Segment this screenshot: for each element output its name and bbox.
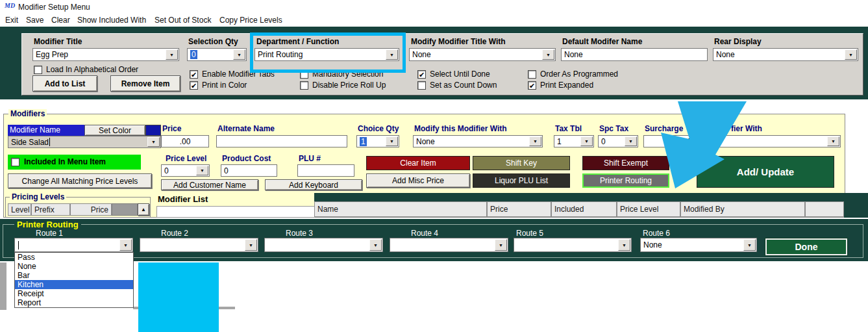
order-as-programmed-checkbox[interactable]: ✔ xyxy=(528,70,536,79)
dropdown-arrow-icon[interactable]: ▼ xyxy=(845,49,857,60)
menu-show-included-with[interactable]: Show Included With xyxy=(77,16,146,25)
dropdown-arrow-icon[interactable]: ▼ xyxy=(119,239,132,251)
dropdown-arrow-icon[interactable]: ▼ xyxy=(580,136,593,146)
menu-clear[interactable]: Clear xyxy=(51,16,70,25)
pricing-col-price: Price xyxy=(70,203,112,216)
alternate-name-input[interactable] xyxy=(216,135,347,147)
done-button-text: Done xyxy=(795,242,818,252)
route-5-combo[interactable]: ▼ xyxy=(514,238,632,252)
default-modifer-name-input[interactable]: None xyxy=(561,48,708,61)
dropdown-arrow-icon[interactable]: ▼ xyxy=(166,49,178,60)
dropdown-arrow-icon[interactable]: ▼ xyxy=(529,136,541,146)
enable-modifier-tabs-checkbox[interactable]: ✔ xyxy=(190,70,198,79)
check-icon: ✔ xyxy=(419,71,425,78)
route-3-combo[interactable]: ▼ xyxy=(264,238,383,252)
add-to-list-button[interactable]: Add to List xyxy=(32,75,97,92)
add-customer-name-button[interactable]: Add Customer Name xyxy=(161,179,258,190)
modify-title-with-combo[interactable]: None ▼ xyxy=(409,48,556,61)
table-col-modified-by[interactable]: Modified By xyxy=(680,201,805,217)
modify-this-modifier-combo[interactable]: None ▼ xyxy=(413,135,543,147)
price-input[interactable]: .00 xyxy=(161,135,209,147)
product-cost-input[interactable]: 0 xyxy=(221,164,277,177)
choice-qty-combo[interactable]: 1 ▼ xyxy=(356,135,399,147)
dropdown-item-pass[interactable]: Pass xyxy=(15,253,133,262)
route-6-combo[interactable]: None ▼ xyxy=(640,238,757,252)
price-level-combo[interactable]: 0 ▼ xyxy=(161,164,210,177)
color-swatch[interactable] xyxy=(145,125,161,136)
table-col-price[interactable]: Price xyxy=(487,201,551,217)
spc-tax-combo[interactable]: 0 ▼ xyxy=(598,135,638,147)
disable-price-roll-up-checkbox[interactable]: ✔ xyxy=(300,81,308,90)
dropdown-arrow-icon[interactable]: ▼ xyxy=(542,49,554,60)
clear-item-button[interactable]: Clear Item xyxy=(366,156,470,170)
modifier-title-combo[interactable]: Egg Prep ▼ xyxy=(32,48,179,61)
select-until-done-label: Select Until Done xyxy=(430,70,490,79)
dropdown-arrow-icon[interactable]: ▼ xyxy=(245,239,257,251)
dropdown-item-none[interactable]: None xyxy=(15,262,133,271)
menu-exit[interactable]: Exit xyxy=(5,16,18,25)
included-in-menu-item-checkbox[interactable]: ✔ xyxy=(11,158,19,166)
table-col-included[interactable]: Included xyxy=(551,201,617,217)
dropdown-item-receipt[interactable]: Receipt xyxy=(15,289,133,298)
pricing-col-level: Level xyxy=(8,203,31,216)
dropdown-arrow-icon[interactable]: ▼ xyxy=(495,239,507,251)
menu-set-out-of-stock[interactable]: Set Out of Stock xyxy=(155,16,211,25)
add-keyboard-button[interactable]: Add Keyboard xyxy=(265,179,362,190)
load-alphabetical-checkbox[interactable]: ✔ xyxy=(34,66,42,74)
tax-tbl-value: 1 xyxy=(557,137,562,146)
dropdown-arrow-icon[interactable]: ▼ xyxy=(625,136,637,146)
print-in-color-checkbox[interactable]: ✔ xyxy=(190,81,198,90)
select-until-done-checkbox[interactable]: ✔ xyxy=(417,70,426,79)
table-top-strip xyxy=(314,193,868,201)
change-all-price-levels-button[interactable]: Change All Matching Price Levels xyxy=(8,173,152,188)
set-as-count-down-checkbox[interactable]: ✔ xyxy=(417,81,426,90)
selection-qty-combo[interactable]: 0 ▼ xyxy=(187,48,247,61)
annotation-square xyxy=(138,262,219,332)
menu-copy-price-levels[interactable]: Copy Price Levels xyxy=(219,16,282,25)
liquor-plu-list-button[interactable]: Liquor PLU List xyxy=(473,173,570,188)
dropdown-arrow-icon[interactable]: ▼ xyxy=(233,49,245,60)
route-1-combo[interactable]: ▼ xyxy=(14,238,133,252)
dropdown-arrow-icon[interactable]: ▼ xyxy=(386,136,398,146)
tax-tbl-combo[interactable]: 1 ▼ xyxy=(554,135,594,147)
pricing-scroll-up-button[interactable]: ▲ xyxy=(138,203,149,216)
set-color-button[interactable]: Set Color xyxy=(84,125,145,136)
print-expanded-checkbox[interactable]: ✔ xyxy=(528,81,536,90)
choice-qty-label: Choice Qty xyxy=(358,124,399,133)
table-right-strip xyxy=(844,193,868,218)
dropdown-arrow-icon[interactable]: ▼ xyxy=(369,239,382,251)
modifier-name-combo[interactable]: Side Salad ▼ xyxy=(8,136,161,148)
rear-display-combo[interactable]: None ▼ xyxy=(713,48,858,61)
dropdown-arrow-icon[interactable]: ▼ xyxy=(827,136,839,146)
dropdown-arrow-icon[interactable]: ▼ xyxy=(196,166,208,175)
annotation-arrow xyxy=(656,99,753,193)
left-scrollbar-fragment[interactable] xyxy=(0,262,6,310)
route-2-combo[interactable]: ▼ xyxy=(140,238,258,252)
print-in-color-label: Print in Color xyxy=(202,81,247,90)
shift-key-button[interactable]: Shift Key xyxy=(473,156,570,170)
modifier-list-box[interactable] xyxy=(156,206,315,218)
price-level-value: 0 xyxy=(164,166,169,175)
choice-qty-value: 1 xyxy=(360,137,367,146)
modify-this-modifier-label: Modify this Modifier With xyxy=(414,124,507,133)
window-title: Modifier Setup Menu xyxy=(18,3,90,12)
add-misc-price-button[interactable]: Add Misc Price xyxy=(366,173,470,188)
dropdown-arrow-icon[interactable]: ▼ xyxy=(618,239,630,251)
table-col-price-level[interactable]: Price Level xyxy=(617,201,680,217)
route-4-combo[interactable]: ▼ xyxy=(390,238,508,252)
dropdown-item-kitchen[interactable]: Kitchen xyxy=(15,280,133,289)
dropdown-arrow-icon[interactable]: ▼ xyxy=(147,137,160,147)
plu-number-label: PLU # xyxy=(299,154,321,163)
done-button[interactable]: Done xyxy=(765,238,847,255)
plu-number-input[interactable] xyxy=(297,164,354,177)
dropdown-item-report[interactable]: Report xyxy=(15,298,133,307)
dropdown-item-bar[interactable]: Bar xyxy=(15,271,133,280)
dropdown-arrow-icon[interactable]: ▼ xyxy=(743,239,756,251)
remove-item-button[interactable]: Remove Item xyxy=(110,75,180,92)
table-col-name[interactable]: Name xyxy=(314,201,487,217)
rear-display-value: None xyxy=(716,50,735,59)
spc-tax-value: 0 xyxy=(601,137,606,146)
menu-save[interactable]: Save xyxy=(26,16,43,25)
title-bar: MD Modifier Setup Menu xyxy=(0,0,868,14)
modifier-name-value: Side Salad xyxy=(11,138,49,147)
